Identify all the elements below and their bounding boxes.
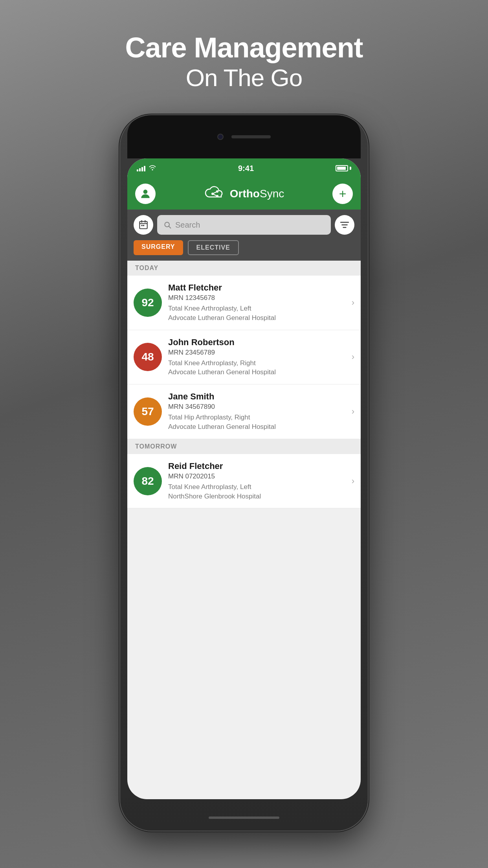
page-title-line2: On The Go xyxy=(125,64,363,92)
patient-info: Matt Fletcher MRN 12345678 Total Knee Ar… xyxy=(168,283,345,323)
battery-fill xyxy=(337,167,346,170)
signal-bar-1 xyxy=(137,169,138,171)
wifi-icon xyxy=(149,164,156,173)
svg-line-5 xyxy=(213,194,217,196)
phone-screen: 9:41 xyxy=(127,158,361,799)
logo-sync: Sync xyxy=(260,188,284,200)
score-badge: 57 xyxy=(134,397,162,426)
filter-tabs: SURGERY ELECTIVE xyxy=(127,240,361,261)
patient-mrn: MRN 23456789 xyxy=(168,349,345,357)
patient-name: Reid Fletcher xyxy=(168,461,345,471)
section-tomorrow: TOMORROW xyxy=(127,439,361,454)
tab-surgery[interactable]: SURGERY xyxy=(134,240,183,255)
phone-top-bar xyxy=(127,115,361,158)
user-avatar-button[interactable] xyxy=(135,184,156,204)
filter-button[interactable] xyxy=(335,215,354,235)
patient-item[interactable]: 82 Reid Fletcher MRN 07202015 Total Knee… xyxy=(127,454,361,509)
logo-ortho: Ortho xyxy=(230,188,260,200)
signal-bar-4 xyxy=(144,166,145,171)
tab-elective[interactable]: ELECTIVE xyxy=(188,240,239,255)
patient-mrn: MRN 34567890 xyxy=(168,403,345,411)
patient-name: Matt Fletcher xyxy=(168,283,345,293)
battery-body xyxy=(336,165,348,171)
patient-item[interactable]: 57 Jane Smith MRN 34567890 Total Hip Art… xyxy=(127,384,361,439)
app-header: OrthoSync + xyxy=(127,178,361,210)
patient-procedure: Total Hip Arthroplasty, Right Advocate L… xyxy=(168,413,345,432)
patient-info: Reid Fletcher MRN 07202015 Total Knee Ar… xyxy=(168,461,345,501)
battery-tip xyxy=(350,167,351,170)
patient-procedure: Total Knee Arthroplasty, Left Advocate L… xyxy=(168,304,345,323)
add-patient-button[interactable]: + xyxy=(332,184,353,204)
patient-name: Jane Smith xyxy=(168,392,345,402)
svg-rect-10 xyxy=(141,225,143,226)
filter-icon xyxy=(339,221,350,229)
chevron-right-icon: › xyxy=(352,298,354,308)
chevron-right-icon: › xyxy=(352,352,354,362)
plus-icon: + xyxy=(339,188,347,200)
svg-line-13 xyxy=(169,226,171,228)
svg-rect-11 xyxy=(143,225,144,226)
phone-camera xyxy=(217,134,224,140)
home-indicator xyxy=(209,817,279,819)
svg-point-0 xyxy=(143,189,148,194)
status-left xyxy=(137,164,156,173)
patient-info: Jane Smith MRN 34567890 Total Hip Arthro… xyxy=(168,392,345,432)
score-badge: 92 xyxy=(134,289,162,317)
calendar-button[interactable] xyxy=(134,215,153,235)
status-time: 9:41 xyxy=(238,164,254,173)
person-icon xyxy=(139,188,152,200)
calendar-icon xyxy=(138,220,149,230)
phone-speaker xyxy=(231,135,271,138)
signal-bar-2 xyxy=(139,168,141,171)
page-title-line1: Care Management xyxy=(125,31,363,64)
phone-frame: 9:41 xyxy=(120,115,368,831)
patient-info: John Robertson MRN 23456789 Total Knee A… xyxy=(168,337,345,377)
search-area: Search xyxy=(127,210,361,240)
chevron-right-icon: › xyxy=(352,406,354,417)
app-logo: OrthoSync xyxy=(204,185,284,202)
search-icon xyxy=(163,221,171,229)
signal-bar-3 xyxy=(141,167,143,171)
patient-name: John Robertson xyxy=(168,337,345,348)
chevron-right-icon: › xyxy=(352,476,354,486)
svg-line-4 xyxy=(213,191,217,194)
patient-mrn: MRN 07202015 xyxy=(168,473,345,480)
patient-item[interactable]: 48 John Robertson MRN 23456789 Total Kne… xyxy=(127,330,361,385)
battery-icon xyxy=(336,165,351,171)
page-header: Care Management On The Go xyxy=(125,31,363,92)
score-badge: 82 xyxy=(134,467,162,495)
score-badge: 48 xyxy=(134,343,162,371)
patient-mrn: MRN 12345678 xyxy=(168,294,345,302)
section-today: TODAY xyxy=(127,261,361,276)
patient-procedure: Total Knee Arthroplasty, Left NorthShore… xyxy=(168,482,345,501)
status-bar: 9:41 xyxy=(127,158,361,178)
search-input[interactable]: Search xyxy=(157,215,331,235)
logo-text: OrthoSync xyxy=(230,188,284,200)
signal-bars-icon xyxy=(137,165,145,171)
patient-list: TODAY 92 Matt Fletcher MRN 12345678 Tota… xyxy=(127,261,361,508)
cloud-logo-icon xyxy=(204,185,226,202)
search-placeholder: Search xyxy=(175,221,200,230)
patient-item[interactable]: 92 Matt Fletcher MRN 12345678 Total Knee… xyxy=(127,276,361,330)
patient-procedure: Total Knee Arthroplasty, Right Advocate … xyxy=(168,359,345,377)
